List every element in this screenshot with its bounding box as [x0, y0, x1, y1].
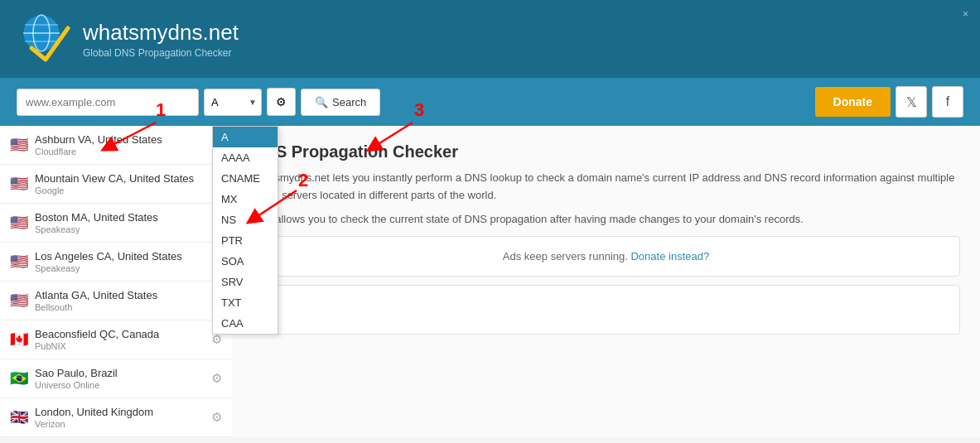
server-name: Ashburn VA, United States: [35, 133, 205, 146]
flag-icon: 🇧🇷: [10, 369, 28, 388]
dropdown-item[interactable]: CAA: [213, 313, 278, 334]
server-info: Beaconsfield QC, Canada PubNIX: [35, 328, 205, 351]
server-info: Sao Paulo, Brazil Universo Online: [35, 367, 205, 390]
server-provider: Verizon: [35, 419, 205, 429]
flag-icon: 🇺🇸: [10, 136, 28, 154]
server-item: 🇧🇷 Sao Paulo, Brazil Universo Online ⚙: [0, 359, 232, 398]
server-item: 🇺🇸 Ashburn VA, United States Cloudflare …: [0, 126, 232, 165]
server-info: Boston MA, United States Speakeasy: [35, 211, 205, 234]
site-tagline: Global DNS Propagation Checker: [83, 47, 239, 59]
right-panel: DNS Propagation Checker whatsmydns.net l…: [232, 126, 980, 437]
server-provider: Cloudflare: [35, 147, 205, 156]
flag-icon: 🇺🇸: [10, 214, 28, 232]
server-provider: Speakeasy: [35, 263, 205, 273]
server-info: Atlanta GA, United States Bellsouth: [35, 289, 205, 312]
flag-icon: 🇨🇦: [10, 330, 28, 349]
donate-instead-link[interactable]: Donate instead?: [630, 250, 709, 262]
flag-icon: 🇺🇸: [10, 175, 28, 193]
server-list: 🇺🇸 Ashburn VA, United States Cloudflare …: [0, 126, 232, 437]
flag-icon: 🇺🇸: [10, 253, 28, 271]
dns-description: whatsmydns.net lets you instantly perfor…: [252, 170, 960, 228]
dns-desc-2: This allows you to check the current sta…: [252, 211, 960, 229]
server-name: London, United Kingdom: [35, 406, 205, 418]
dropdown-item[interactable]: TXT: [213, 292, 278, 313]
site-info: whatsmydns.net Global DNS Propagation Ch…: [83, 20, 239, 59]
server-provider: PubNIX: [35, 341, 205, 351]
server-info: Mountain View CA, United States Google: [35, 172, 205, 195]
ads-box: Ads keep servers running. Donate instead…: [252, 236, 960, 277]
search-icon: 🔍: [315, 96, 328, 108]
dropdown-item[interactable]: SRV: [213, 272, 278, 292]
server-name: Boston MA, United States: [35, 211, 205, 224]
server-provider: Bellsouth: [35, 302, 205, 312]
server-item: 🇺🇸 Los Angeles CA, United States Speakea…: [0, 243, 232, 282]
server-provider: Universo Online: [35, 380, 205, 390]
dropdown-item[interactable]: CNAME: [213, 168, 278, 189]
logo-area: whatsmydns.net Global DNS Propagation Ch…: [17, 10, 239, 68]
record-type-dropdown: AAAAACNAMEMXNSPTRSOASRVTXTCAA: [212, 126, 278, 335]
flag-icon: 🇬🇧: [10, 408, 28, 426]
logo-icon: [17, 10, 75, 68]
server-name: Atlanta GA, United States: [35, 289, 205, 301]
facebook-icon: f: [946, 94, 949, 109]
server-item: 🇺🇸 Atlanta GA, United States Bellsouth ⚙: [0, 282, 232, 320]
search-button[interactable]: 🔍 Search: [301, 89, 380, 116]
server-name: Sao Paulo, Brazil: [35, 367, 205, 379]
dropdown-item[interactable]: SOA: [213, 251, 278, 272]
record-type-wrapper: A AAAA CNAME MX NS PTR SOA SRV TXT CAA ▼: [204, 89, 262, 116]
main-content: 🇺🇸 Ashburn VA, United States Cloudflare …: [0, 126, 980, 437]
server-item: 🇺🇸 Boston MA, United States Speakeasy ⚙: [0, 204, 232, 243]
close-icon[interactable]: ×: [963, 8, 968, 20]
server-name: Mountain View CA, United States: [35, 172, 205, 185]
dropdown-item[interactable]: PTR: [213, 230, 278, 251]
record-type-select[interactable]: A AAAA CNAME MX NS PTR SOA SRV TXT CAA: [204, 89, 262, 116]
twitter-icon: 𝕏: [906, 94, 917, 110]
server-item: 🇨🇦 Beaconsfield QC, Canada PubNIX ⚙: [0, 320, 232, 359]
header: whatsmydns.net Global DNS Propagation Ch…: [0, 0, 980, 78]
left-panel: 🇺🇸 Ashburn VA, United States Cloudflare …: [0, 126, 232, 437]
domain-input[interactable]: [17, 89, 199, 116]
result-placeholder: [252, 285, 960, 335]
gear-button[interactable]: ⚙: [267, 88, 296, 116]
donate-button[interactable]: Donate: [815, 87, 891, 117]
server-item: 🇬🇧 London, United Kingdom Verizon ⚙: [0, 398, 232, 437]
server-info: Los Angeles CA, United States Speakeasy: [35, 250, 205, 273]
server-provider: Google: [35, 185, 205, 195]
search-bar: A AAAA CNAME MX NS PTR SOA SRV TXT CAA ▼…: [0, 78, 980, 126]
ads-text: Ads keep servers running.: [503, 250, 628, 262]
dropdown-item[interactable]: MX: [213, 189, 278, 209]
facebook-button[interactable]: f: [932, 86, 963, 118]
search-label: Search: [332, 96, 366, 108]
server-item: 🇺🇸 Mountain View CA, United States Googl…: [0, 165, 232, 204]
server-provider: Speakeasy: [35, 224, 205, 234]
flag-icon: 🇺🇸: [10, 291, 28, 310]
server-name: Los Angeles CA, United States: [35, 250, 205, 262]
server-gear-icon[interactable]: ⚙: [211, 410, 222, 425]
dns-checker-title: DNS Propagation Checker: [252, 142, 960, 161]
server-name: Beaconsfield QC, Canada: [35, 328, 205, 340]
site-name: whatsmydns.net: [83, 20, 239, 46]
server-info: London, United Kingdom Verizon: [35, 406, 205, 429]
server-info: Ashburn VA, United States Cloudflare: [35, 133, 205, 156]
dropdown-item[interactable]: A: [213, 127, 278, 147]
server-gear-icon[interactable]: ⚙: [211, 371, 222, 386]
dns-desc-1: whatsmydns.net lets you instantly perfor…: [252, 170, 960, 205]
dropdown-item[interactable]: AAAA: [213, 147, 278, 168]
dropdown-item[interactable]: NS: [213, 209, 278, 230]
twitter-button[interactable]: 𝕏: [896, 86, 927, 118]
